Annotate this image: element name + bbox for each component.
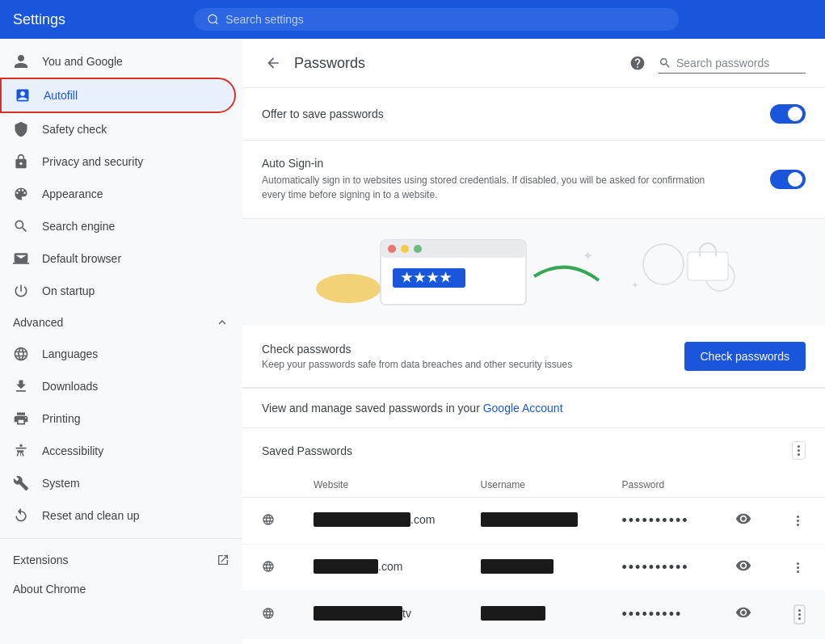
advanced-section-header[interactable]: Advanced <box>0 307 242 338</box>
row-menu-button-2[interactable] <box>793 559 802 576</box>
auto-signin-description: Automatically sign in to websites using … <box>262 173 706 202</box>
username-redacted-1 <box>481 512 578 527</box>
svg-rect-15 <box>688 252 728 280</box>
content-area: Passwords Offer to save passwords Auto S… <box>242 39 825 644</box>
sidebar-item-default-browser[interactable]: Default browser <box>0 242 236 275</box>
svg-text:✦: ✦ <box>583 249 593 263</box>
autofill-icon <box>15 87 31 103</box>
main-layout: You and Google Autofill Safety check Pri… <box>0 39 825 644</box>
sidebar-item-safety-check[interactable]: Safety check <box>0 113 236 145</box>
check-passwords-button[interactable]: Check passwords <box>684 342 806 371</box>
sidebar-label-about-chrome: About Chrome <box>13 583 86 596</box>
sidebar-item-downloads[interactable]: Downloads <box>0 370 236 402</box>
chevron-up-icon <box>215 315 229 330</box>
lock-icon <box>13 154 29 170</box>
username-redacted-3 <box>481 606 545 621</box>
row-menu-button-3[interactable] <box>793 604 806 625</box>
sidebar-item-printing[interactable]: Printing <box>0 402 236 435</box>
svg-point-2 <box>316 274 381 303</box>
sidebar-label-accessibility: Accessibility <box>42 444 103 457</box>
extensions-label: Extensions <box>13 554 68 566</box>
person-icon <box>13 53 29 69</box>
password-dots-2: •••••••••• <box>622 559 689 575</box>
download-icon <box>13 378 29 394</box>
shield-icon <box>13 121 29 137</box>
svg-point-1 <box>19 444 22 447</box>
top-bar: Settings <box>0 0 825 39</box>
palette-icon <box>13 186 29 202</box>
accessibility-icon <box>13 443 29 459</box>
svg-point-5 <box>388 245 396 253</box>
sidebar-divider <box>0 538 242 539</box>
app-title: Settings <box>13 11 175 28</box>
sidebar-item-you-google[interactable]: You and Google <box>0 45 236 78</box>
sidebar-label-appearance: Appearance <box>42 187 103 200</box>
sidebar-item-languages[interactable]: Languages <box>0 338 236 370</box>
website-redacted-3: tv <box>314 606 411 621</box>
table-row: .com •••••••••• <box>242 498 825 545</box>
check-passwords-description: Keep your passwords safe from data breac… <box>262 359 572 370</box>
website-globe-icon <box>262 607 275 620</box>
website-globe-icon <box>262 513 275 526</box>
help-button[interactable] <box>626 52 649 74</box>
svg-text:✦: ✦ <box>631 280 639 291</box>
sidebar-item-search-engine[interactable]: Search engine <box>0 210 236 242</box>
saved-passwords-header: Saved Passwords <box>242 428 825 473</box>
sidebar-label-you-google: You and Google <box>42 55 123 68</box>
sidebar-item-autofill[interactable]: Autofill <box>0 78 236 113</box>
table-row: .com •••••••••• <box>242 545 825 591</box>
settings-search-input[interactable] <box>225 13 666 26</box>
sidebar-item-accessibility[interactable]: Accessibility <box>0 435 236 467</box>
svg-text:★★★★: ★★★★ <box>401 271 452 284</box>
password-check-illustration: ★★★★ | ✦ ✦ <box>300 232 768 313</box>
search-passwords-field[interactable] <box>659 53 806 74</box>
globe-icon <box>13 346 29 362</box>
magnifier-icon <box>13 218 29 234</box>
table-row: tv ••••••••• <box>242 591 825 638</box>
external-link-icon <box>217 554 229 566</box>
check-passwords-heading: Check passwords <box>262 343 572 356</box>
sidebar-item-privacy-security[interactable]: Privacy and security <box>0 145 236 178</box>
sidebar-label-printing: Printing <box>42 412 80 425</box>
auto-signin-label: Auto Sign-in <box>262 157 706 170</box>
monitor-icon <box>13 250 29 267</box>
sidebar-label-search-engine: Search engine <box>42 220 115 233</box>
sidebar-label-on-startup: On startup <box>42 284 95 297</box>
sidebar-item-reset-cleanup[interactable]: Reset and clean up <box>0 499 236 532</box>
reset-icon <box>13 507 29 524</box>
sidebar-item-on-startup[interactable]: On startup <box>0 275 236 307</box>
sidebar-item-extensions[interactable]: Extensions <box>0 545 242 575</box>
show-password-button-3[interactable] <box>732 601 755 628</box>
sidebar-label-reset-cleanup: Reset and clean up <box>42 509 140 522</box>
settings-search-bar[interactable] <box>194 8 679 31</box>
show-password-button-1[interactable] <box>732 507 755 534</box>
wrench-icon <box>13 475 29 491</box>
offer-save-toggle[interactable] <box>770 104 806 124</box>
offer-save-label: Offer to save passwords <box>262 107 384 120</box>
password-dots-3: ••••••••• <box>622 606 683 622</box>
print-icon <box>13 410 29 427</box>
svg-point-6 <box>401 245 409 253</box>
advanced-section-label: Advanced <box>13 316 63 329</box>
sidebar-label-safety-check: Safety check <box>42 123 107 136</box>
website-redacted-1: .com <box>314 512 435 527</box>
username-redacted-2 <box>481 559 554 574</box>
search-passwords-icon <box>659 57 671 69</box>
row-menu-button-1[interactable] <box>793 512 802 529</box>
svg-point-11 <box>643 244 684 284</box>
back-button[interactable] <box>262 52 284 74</box>
saved-passwords-menu-button[interactable] <box>792 441 806 460</box>
google-account-text: View and manage saved passwords in your <box>262 402 483 415</box>
sidebar-item-about-chrome[interactable]: About Chrome <box>0 575 236 604</box>
sidebar-label-languages: Languages <box>42 347 98 360</box>
sidebar-item-system[interactable]: System <box>0 467 236 499</box>
show-password-button-2[interactable] <box>732 554 755 581</box>
google-account-link[interactable]: Google Account <box>483 402 563 415</box>
sidebar-label-autofill: Autofill <box>44 89 78 102</box>
auto-signin-toggle[interactable] <box>770 170 806 189</box>
sidebar-label-default-browser: Default browser <box>42 252 121 265</box>
page-title: Passwords <box>294 55 617 72</box>
sidebar-label-privacy-security: Privacy and security <box>42 155 143 168</box>
search-passwords-input[interactable] <box>676 57 806 69</box>
sidebar-item-appearance[interactable]: Appearance <box>0 178 236 210</box>
